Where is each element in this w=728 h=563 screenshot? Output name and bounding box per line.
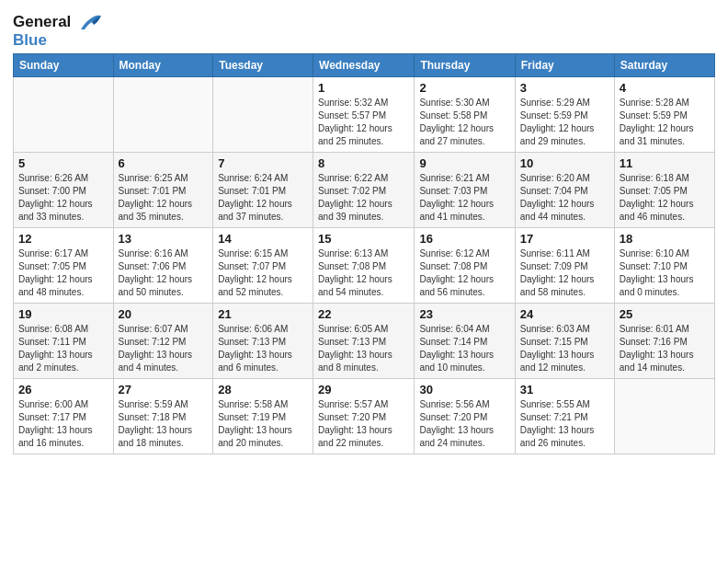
day-number: 2 bbox=[419, 81, 509, 95]
weekday-header-saturday: Saturday bbox=[614, 53, 714, 76]
calendar-cell: 14Sunrise: 6:15 AM Sunset: 7:07 PM Dayli… bbox=[213, 227, 313, 303]
weekday-header-wednesday: Wednesday bbox=[313, 53, 415, 76]
day-detail: Sunrise: 6:26 AM Sunset: 7:00 PM Dayligh… bbox=[18, 172, 108, 224]
day-number: 26 bbox=[18, 383, 108, 396]
day-number: 23 bbox=[419, 307, 509, 321]
day-detail: Sunrise: 6:13 AM Sunset: 7:08 PM Dayligh… bbox=[318, 247, 409, 299]
day-detail: Sunrise: 6:06 AM Sunset: 7:13 PM Dayligh… bbox=[218, 323, 308, 374]
calendar-cell bbox=[14, 76, 114, 152]
day-detail: Sunrise: 6:17 AM Sunset: 7:05 PM Dayligh… bbox=[18, 247, 108, 299]
day-number: 6 bbox=[119, 156, 209, 170]
day-number: 20 bbox=[119, 307, 209, 321]
day-detail: Sunrise: 6:10 AM Sunset: 7:10 PM Dayligh… bbox=[620, 247, 710, 299]
day-number: 21 bbox=[218, 307, 308, 321]
calendar-cell: 23Sunrise: 6:04 AM Sunset: 7:14 PM Dayli… bbox=[415, 303, 515, 378]
day-number: 9 bbox=[419, 156, 509, 170]
day-detail: Sunrise: 6:08 AM Sunset: 7:11 PM Dayligh… bbox=[18, 323, 108, 374]
calendar-cell: 17Sunrise: 6:11 AM Sunset: 7:09 PM Dayli… bbox=[515, 227, 614, 303]
day-number: 12 bbox=[18, 232, 108, 246]
calendar-cell: 22Sunrise: 6:05 AM Sunset: 7:13 PM Dayli… bbox=[313, 303, 415, 378]
logo-general: General bbox=[13, 13, 71, 30]
calendar-cell: 31Sunrise: 5:55 AM Sunset: 7:21 PM Dayli… bbox=[515, 378, 614, 454]
weekday-header-monday: Monday bbox=[113, 53, 213, 76]
week-row-4: 19Sunrise: 6:08 AM Sunset: 7:11 PM Dayli… bbox=[14, 303, 715, 378]
day-detail: Sunrise: 6:03 AM Sunset: 7:15 PM Dayligh… bbox=[520, 323, 609, 374]
day-number: 22 bbox=[318, 307, 409, 321]
day-number: 5 bbox=[18, 156, 108, 170]
calendar-cell: 28Sunrise: 5:58 AM Sunset: 7:19 PM Dayli… bbox=[213, 378, 313, 454]
day-detail: Sunrise: 6:01 AM Sunset: 7:16 PM Dayligh… bbox=[620, 323, 710, 374]
day-number: 13 bbox=[119, 232, 209, 246]
calendar-cell: 27Sunrise: 5:59 AM Sunset: 7:18 PM Dayli… bbox=[113, 378, 213, 454]
day-detail: Sunrise: 6:16 AM Sunset: 7:06 PM Dayligh… bbox=[119, 247, 209, 299]
day-detail: Sunrise: 5:30 AM Sunset: 5:58 PM Dayligh… bbox=[419, 97, 509, 148]
logo-blue: Blue bbox=[13, 31, 103, 50]
day-detail: Sunrise: 6:20 AM Sunset: 7:04 PM Dayligh… bbox=[520, 172, 609, 224]
page: General Blue SundayMondayTuesdayWednesda… bbox=[0, 0, 728, 563]
day-detail: Sunrise: 6:11 AM Sunset: 7:09 PM Dayligh… bbox=[520, 247, 609, 299]
day-detail: Sunrise: 5:32 AM Sunset: 5:57 PM Dayligh… bbox=[318, 97, 409, 148]
day-number: 16 bbox=[419, 232, 509, 246]
day-number: 27 bbox=[119, 383, 209, 396]
calendar-cell: 30Sunrise: 5:56 AM Sunset: 7:20 PM Dayli… bbox=[415, 378, 515, 454]
day-detail: Sunrise: 5:29 AM Sunset: 5:59 PM Dayligh… bbox=[520, 97, 609, 148]
calendar-cell: 25Sunrise: 6:01 AM Sunset: 7:16 PM Dayli… bbox=[614, 303, 714, 378]
day-detail: Sunrise: 6:00 AM Sunset: 7:17 PM Dayligh… bbox=[18, 398, 108, 450]
day-detail: Sunrise: 6:21 AM Sunset: 7:03 PM Dayligh… bbox=[419, 172, 509, 224]
calendar-cell: 29Sunrise: 5:57 AM Sunset: 7:20 PM Dayli… bbox=[313, 378, 415, 454]
day-number: 28 bbox=[218, 383, 308, 396]
header: General Blue bbox=[13, 9, 715, 50]
day-detail: Sunrise: 6:25 AM Sunset: 7:01 PM Dayligh… bbox=[119, 172, 209, 224]
day-number: 30 bbox=[419, 383, 509, 396]
day-number: 24 bbox=[520, 307, 609, 321]
calendar-cell: 9Sunrise: 6:21 AM Sunset: 7:03 PM Daylig… bbox=[415, 152, 515, 227]
week-row-3: 12Sunrise: 6:17 AM Sunset: 7:05 PM Dayli… bbox=[14, 227, 715, 303]
day-number: 31 bbox=[520, 383, 609, 396]
day-detail: Sunrise: 6:04 AM Sunset: 7:14 PM Dayligh… bbox=[419, 323, 509, 374]
calendar-cell: 16Sunrise: 6:12 AM Sunset: 7:08 PM Dayli… bbox=[415, 227, 515, 303]
weekday-header-thursday: Thursday bbox=[415, 53, 515, 76]
day-detail: Sunrise: 6:05 AM Sunset: 7:13 PM Dayligh… bbox=[318, 323, 409, 374]
calendar-cell: 5Sunrise: 6:26 AM Sunset: 7:00 PM Daylig… bbox=[14, 152, 114, 227]
calendar-cell: 3Sunrise: 5:29 AM Sunset: 5:59 PM Daylig… bbox=[515, 76, 614, 152]
day-detail: Sunrise: 6:15 AM Sunset: 7:07 PM Dayligh… bbox=[218, 247, 308, 299]
day-number: 17 bbox=[520, 232, 609, 246]
calendar-cell: 7Sunrise: 6:24 AM Sunset: 7:01 PM Daylig… bbox=[213, 152, 313, 227]
day-detail: Sunrise: 5:55 AM Sunset: 7:21 PM Dayligh… bbox=[520, 398, 609, 450]
day-detail: Sunrise: 6:07 AM Sunset: 7:12 PM Dayligh… bbox=[119, 323, 209, 374]
week-row-5: 26Sunrise: 6:00 AM Sunset: 7:17 PM Dayli… bbox=[14, 378, 715, 454]
calendar-cell: 6Sunrise: 6:25 AM Sunset: 7:01 PM Daylig… bbox=[113, 152, 213, 227]
day-detail: Sunrise: 5:28 AM Sunset: 5:59 PM Dayligh… bbox=[620, 97, 710, 148]
day-number: 1 bbox=[318, 81, 409, 95]
calendar-cell: 8Sunrise: 6:22 AM Sunset: 7:02 PM Daylig… bbox=[313, 152, 415, 227]
day-number: 11 bbox=[620, 156, 710, 170]
calendar-cell: 1Sunrise: 5:32 AM Sunset: 5:57 PM Daylig… bbox=[313, 76, 415, 152]
calendar-cell: 12Sunrise: 6:17 AM Sunset: 7:05 PM Dayli… bbox=[14, 227, 114, 303]
day-number: 3 bbox=[520, 81, 609, 95]
day-number: 10 bbox=[520, 156, 609, 170]
day-number: 14 bbox=[218, 232, 308, 246]
day-detail: Sunrise: 6:24 AM Sunset: 7:01 PM Dayligh… bbox=[218, 172, 308, 224]
calendar-cell: 19Sunrise: 6:08 AM Sunset: 7:11 PM Dayli… bbox=[14, 303, 114, 378]
day-number: 25 bbox=[620, 307, 710, 321]
calendar-cell: 4Sunrise: 5:28 AM Sunset: 5:59 PM Daylig… bbox=[614, 76, 714, 152]
weekday-header-row: SundayMondayTuesdayWednesdayThursdayFrid… bbox=[14, 53, 715, 76]
calendar-cell bbox=[213, 76, 313, 152]
calendar-cell: 13Sunrise: 6:16 AM Sunset: 7:06 PM Dayli… bbox=[113, 227, 213, 303]
day-number: 29 bbox=[318, 383, 409, 396]
calendar-cell: 15Sunrise: 6:13 AM Sunset: 7:08 PM Dayli… bbox=[313, 227, 415, 303]
week-row-1: 1Sunrise: 5:32 AM Sunset: 5:57 PM Daylig… bbox=[14, 76, 715, 152]
day-detail: Sunrise: 5:56 AM Sunset: 7:20 PM Dayligh… bbox=[419, 398, 509, 450]
logo-bird-icon bbox=[77, 13, 103, 33]
weekday-header-sunday: Sunday bbox=[14, 53, 114, 76]
calendar-table: SundayMondayTuesdayWednesdayThursdayFrid… bbox=[13, 53, 715, 454]
day-detail: Sunrise: 6:12 AM Sunset: 7:08 PM Dayligh… bbox=[419, 247, 509, 299]
day-number: 4 bbox=[620, 81, 710, 95]
day-number: 8 bbox=[318, 156, 409, 170]
logo: General Blue bbox=[13, 13, 103, 50]
calendar-cell: 18Sunrise: 6:10 AM Sunset: 7:10 PM Dayli… bbox=[614, 227, 714, 303]
day-detail: Sunrise: 5:58 AM Sunset: 7:19 PM Dayligh… bbox=[218, 398, 308, 450]
day-number: 19 bbox=[18, 307, 108, 321]
day-detail: Sunrise: 6:18 AM Sunset: 7:05 PM Dayligh… bbox=[620, 172, 710, 224]
calendar-cell: 11Sunrise: 6:18 AM Sunset: 7:05 PM Dayli… bbox=[614, 152, 714, 227]
